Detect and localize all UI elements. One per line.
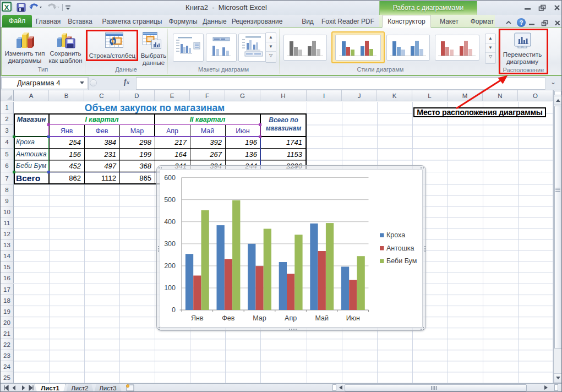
svg-text:X: X: [4, 3, 9, 12]
